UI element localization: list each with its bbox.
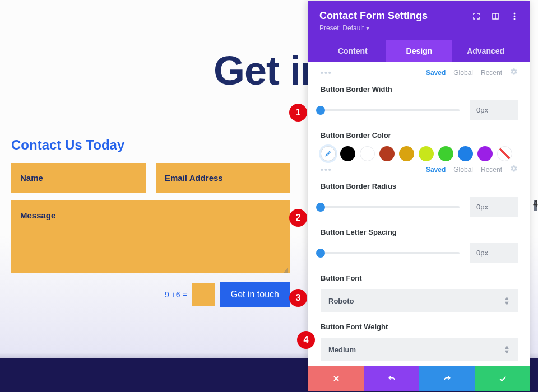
history-recent-2[interactable]: Recent — [481, 166, 502, 174]
font-select[interactable]: Roboto ▲▼ — [321, 289, 518, 312]
preset-selector[interactable]: Preset: Default ▾ — [319, 24, 519, 32]
slider-border-radius[interactable] — [321, 206, 460, 208]
side-indicator-4: 4 — [533, 199, 538, 209]
annotation-badge-3: 3 — [289, 289, 307, 307]
font-weight-select[interactable]: Medium ▲▼ — [321, 338, 518, 361]
panel-tabs: Content Design Advanced — [319, 40, 519, 62]
responsive-icon[interactable] — [491, 12, 500, 21]
gear-icon[interactable] — [510, 68, 518, 77]
label-font-weight: Button Font Weight — [321, 323, 518, 331]
swatch-green[interactable] — [438, 146, 453, 161]
history-global[interactable]: Global — [453, 69, 473, 77]
color-swatch-row — [321, 146, 518, 161]
annotation-badge-1: 1 — [289, 104, 307, 122]
font-weight-value: Medium — [328, 346, 356, 354]
swatch-black[interactable] — [340, 146, 355, 161]
label-border-radius: Button Border Radius — [321, 182, 518, 190]
undo-button[interactable] — [364, 366, 419, 391]
captcha-row: 9 +6 = Get in touch — [11, 282, 290, 307]
border-width-value[interactable] — [470, 100, 518, 120]
font-select-value: Roboto — [328, 297, 354, 305]
label-letter-spacing: Button Letter Spacing — [321, 228, 518, 236]
svg-point-2 — [514, 12, 516, 14]
swatch-purple[interactable] — [477, 146, 493, 161]
tab-advanced[interactable]: Advanced — [452, 40, 519, 62]
panel-header: Contact Form Settings Preset: Default ▾ … — [308, 1, 530, 62]
focus-icon[interactable] — [472, 12, 481, 21]
cancel-button[interactable] — [308, 366, 364, 391]
svg-point-3 — [514, 15, 516, 17]
redo-button[interactable] — [419, 366, 475, 391]
swatch-gold[interactable] — [399, 146, 414, 161]
email-input[interactable] — [156, 163, 290, 193]
label-button-font: Button Font — [321, 274, 518, 282]
gear-icon-2[interactable] — [510, 165, 518, 174]
label-border-width: Button Border Width — [321, 85, 518, 94]
swatch-blue[interactable] — [458, 146, 473, 161]
captcha-question: 9 +6 = — [165, 290, 187, 299]
chevron-updown-icon: ▲▼ — [504, 296, 510, 306]
swatch-red[interactable] — [379, 146, 395, 161]
svg-point-4 — [514, 18, 516, 20]
message-textarea[interactable] — [11, 200, 290, 273]
slider-border-width[interactable] — [321, 109, 460, 111]
save-button[interactable] — [475, 366, 530, 391]
captcha-input[interactable] — [192, 283, 215, 306]
annotation-badge-2: 2 — [289, 209, 307, 227]
name-input[interactable] — [11, 163, 146, 193]
more-dots-icon[interactable]: ••• — [321, 68, 332, 77]
more-dots-icon-2[interactable]: ••• — [321, 165, 332, 174]
swatch-white[interactable] — [360, 146, 375, 161]
panel-title: Contact Form Settings — [319, 10, 428, 22]
border-radius-value[interactable] — [470, 197, 518, 217]
history-global-2[interactable]: Global — [453, 166, 473, 174]
submit-button[interactable]: Get in touch — [220, 282, 290, 307]
history-recent[interactable]: Recent — [481, 69, 502, 77]
annotation-badge-4: 4 — [297, 331, 315, 349]
panel-body: ••• Saved Global Recent Button Border Wi… — [308, 62, 530, 366]
slider-letter-spacing[interactable] — [321, 252, 460, 254]
color-picker-button[interactable] — [321, 146, 336, 161]
message-wrap — [11, 200, 290, 276]
panel-footer — [308, 366, 530, 391]
swatch-none[interactable] — [497, 146, 512, 161]
slider-thumb[interactable] — [316, 203, 325, 212]
kebab-icon[interactable] — [510, 12, 519, 21]
swatch-lime[interactable] — [419, 146, 434, 161]
slider-thumb[interactable] — [316, 106, 325, 115]
settings-panel: Contact Form Settings Preset: Default ▾ … — [308, 1, 530, 391]
slider-thumb[interactable] — [316, 249, 325, 258]
form-row-top — [11, 163, 290, 193]
history-saved[interactable]: Saved — [426, 69, 446, 77]
label-border-color: Button Border Color — [321, 131, 518, 139]
letter-spacing-value[interactable] — [470, 243, 518, 263]
chevron-updown-icon: ▲▼ — [504, 344, 510, 354]
history-saved-2[interactable]: Saved — [426, 166, 446, 174]
tab-content[interactable]: Content — [319, 40, 386, 62]
tab-design[interactable]: Design — [386, 40, 453, 62]
